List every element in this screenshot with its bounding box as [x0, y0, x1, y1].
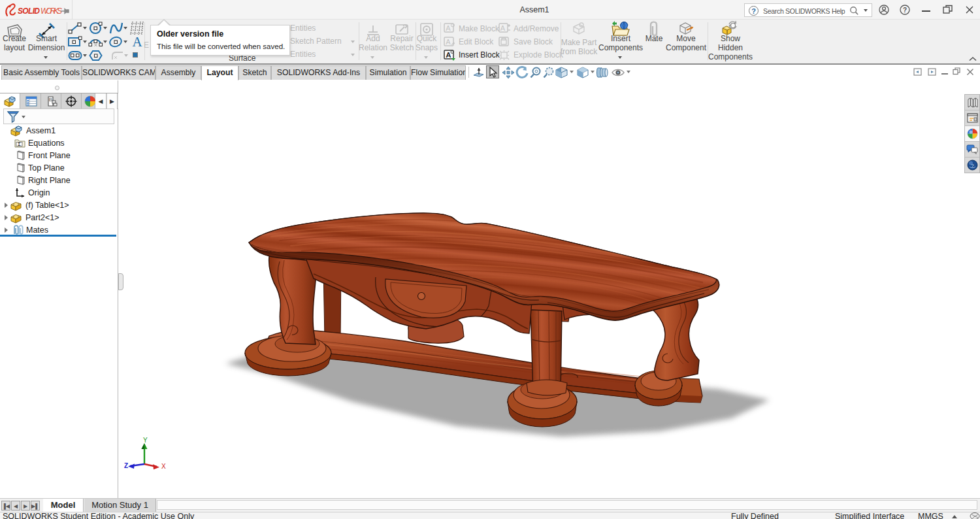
svg-text:Σ: Σ: [18, 142, 21, 146]
svg-text:?: ?: [903, 7, 907, 14]
svg-text:B: B: [49, 97, 52, 103]
svg-text:A: A: [446, 38, 451, 46]
svg-text:SOLID: SOLID: [18, 7, 40, 16]
svg-text:Y: Y: [143, 437, 148, 444]
svg-text:Z: Z: [124, 462, 128, 469]
svg-text:A: A: [446, 24, 451, 32]
svg-text:WORKS: WORKS: [41, 7, 62, 16]
svg-text:X: X: [161, 463, 166, 470]
svg-text:?: ?: [971, 163, 974, 169]
svg-text:A: A: [132, 35, 142, 49]
svg-text:A: A: [446, 51, 451, 59]
svg-text:A: A: [500, 24, 506, 32]
